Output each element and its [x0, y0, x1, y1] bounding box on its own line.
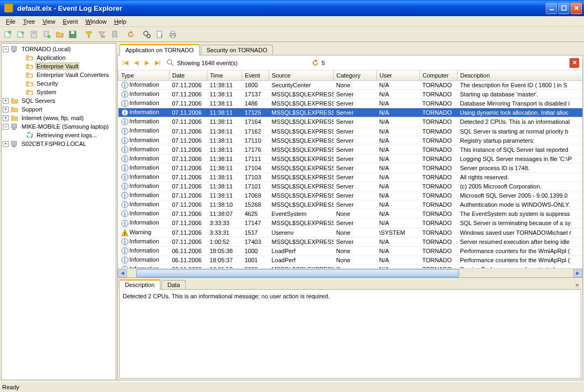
tree-node-security[interactable]: Security	[3, 79, 115, 88]
tree-node-sqlservers[interactable]: + SQL Servers	[3, 96, 115, 105]
event-row[interactable]: iInformation07.11.200611:38:1117125MSSQL…	[118, 108, 583, 117]
menu-help[interactable]: Help	[110, 17, 130, 26]
nav-first-icon[interactable]: |◀	[121, 59, 130, 67]
event-row[interactable]: iInformation07.11.200611:38:1117137MSSQL…	[118, 90, 583, 99]
menu-view[interactable]: View	[39, 17, 59, 26]
tree-node-support[interactable]: + Support	[3, 105, 115, 114]
event-grid[interactable]: TypeDateTimeEventSourceCategoryUserCompu…	[118, 71, 582, 268]
column-header-description[interactable]: Description	[458, 71, 583, 81]
event-row[interactable]: iInformation07.11.200611:38:1117111MSSQL…	[118, 154, 583, 163]
new-workspace-icon[interactable]	[2, 29, 14, 40]
bookmark-icon[interactable]	[109, 29, 121, 40]
export-icon[interactable]	[154, 29, 166, 40]
event-row[interactable]: iInformation07.11.200611:38:1015268MSSQL…	[118, 200, 583, 209]
filter-icon[interactable]	[83, 29, 95, 40]
expand-icon[interactable]: +	[3, 98, 9, 104]
event-row[interactable]: iInformation07.11.20061:00:5217403MSSQL$…	[118, 237, 583, 246]
column-header-user[interactable]: User	[377, 71, 420, 81]
minimize-button[interactable]	[546, 3, 557, 14]
server-icon[interactable]	[28, 29, 40, 40]
warning-icon: !	[121, 229, 129, 236]
collapse-icon[interactable]: −	[3, 124, 9, 130]
event-row[interactable]: !Warning07.11.20063:33:311517UserenvNone…	[118, 228, 583, 237]
tab-application[interactable]: Application on TORNADO	[119, 44, 200, 55]
tree-node-enterprise-vault[interactable]: Enterprise Vault	[3, 62, 115, 71]
event-row[interactable]: iInformation07.11.200611:38:1117176MSSQL…	[118, 145, 583, 154]
info-icon: i	[121, 81, 129, 89]
column-header-category[interactable]: Category	[334, 71, 377, 81]
tree-node-tornado[interactable]: − TORNADO (Local)	[3, 45, 115, 53]
event-row[interactable]: iInformation07.11.200611:38:1117162MSSQL…	[118, 127, 583, 136]
event-row[interactable]: iInformation06.11.200618:05:371001LoadPe…	[118, 255, 583, 264]
event-row[interactable]: iInformation07.11.20063:33:3317147MSSQL$…	[118, 219, 583, 228]
info-icon: i	[121, 183, 129, 190]
menu-tree[interactable]: Tree	[19, 17, 39, 26]
tree-node-s02[interactable]: + S02CBT.FSPRO.LOCAL	[3, 139, 115, 148]
column-header-date[interactable]: Date	[170, 71, 207, 81]
info-icon: i	[121, 238, 129, 246]
open-icon[interactable]	[54, 29, 66, 40]
column-header-type[interactable]: Type	[118, 71, 170, 81]
event-row[interactable]: iInformation07.11.200611:38:111800Securi…	[118, 81, 583, 90]
column-header-event[interactable]: Event	[242, 71, 269, 81]
add-log-icon[interactable]	[15, 29, 27, 40]
find-icon[interactable]	[141, 29, 153, 40]
tree-node-internet[interactable]: + Internet (www, ftp, mail)	[3, 114, 115, 122]
event-row[interactable]: iInformation07.11.200611:38:1117069MSSQL…	[118, 191, 583, 200]
print-icon[interactable]	[167, 29, 179, 40]
svg-text:i: i	[124, 174, 125, 180]
scroll-left-icon[interactable]: ◀	[118, 269, 127, 277]
refresh-icon[interactable]	[125, 29, 137, 40]
event-row[interactable]: iInformation06.11.200618:05:381000LoadPe…	[118, 246, 583, 255]
tab-security[interactable]: Security on TORNADO	[201, 45, 273, 55]
svg-text:i: i	[124, 82, 125, 88]
expand-icon[interactable]: +	[3, 141, 9, 147]
server-add-icon[interactable]	[41, 29, 53, 40]
column-header-time[interactable]: Time	[207, 71, 242, 81]
maximize-button[interactable]	[558, 3, 569, 14]
tree-node-system[interactable]: System	[3, 88, 115, 96]
close-button[interactable]	[571, 3, 582, 14]
event-row[interactable]: iInformation06.11.200618:01:529688MSSQL$…	[118, 264, 583, 268]
svg-text:i: i	[124, 110, 125, 116]
expand-icon[interactable]: +	[3, 107, 9, 113]
detail-text[interactable]: Detected 2 CPUs. This is an informationa…	[119, 289, 581, 379]
menu-file[interactable]: File	[2, 17, 19, 26]
tree-node-application[interactable]: Application	[3, 53, 115, 62]
column-header-source[interactable]: Source	[269, 71, 334, 81]
expand-icon[interactable]: +	[3, 115, 9, 121]
close-detail-button[interactable]: ×	[572, 281, 582, 289]
clear-filter-icon[interactable]	[96, 29, 108, 40]
nav-last-icon[interactable]: ▶|	[153, 59, 162, 67]
detail-tab-description[interactable]: Description	[119, 279, 160, 290]
nav-next-icon[interactable]: ▶	[143, 59, 151, 67]
event-row[interactable]: iInformation07.11.200611:38:1117101MSSQL…	[118, 182, 583, 191]
close-tab-button[interactable]: ✕	[569, 58, 579, 68]
tree-pane[interactable]: − TORNADO (Local) ApplicationEnterprise …	[1, 43, 116, 380]
log-tabs: Application on TORNADO Security on TORNA…	[117, 43, 583, 55]
computer-icon	[10, 45, 19, 53]
horizontal-scrollbar[interactable]: ◀ ▶	[118, 268, 582, 277]
log-icon	[25, 62, 34, 71]
scroll-right-icon[interactable]: ▶	[573, 269, 582, 277]
collapse-icon[interactable]: −	[3, 46, 9, 52]
event-row[interactable]: iInformation07.11.200611:38:111486MSSQL$…	[118, 99, 583, 108]
tree-node-mike[interactable]: − MIKE-MOBILE (Samsung laptop)	[3, 122, 115, 131]
svg-text:i: i	[124, 101, 125, 107]
save-icon[interactable]	[67, 29, 79, 40]
event-row[interactable]: iInformation07.11.200611:38:1117104MSSQL…	[118, 163, 583, 172]
event-row[interactable]: iInformation07.11.200611:38:074625EventS…	[118, 209, 583, 219]
event-row[interactable]: iInformation07.11.200611:38:1117110MSSQL…	[118, 136, 583, 145]
menu-event[interactable]: Event	[59, 17, 82, 26]
event-row[interactable]: iInformation07.11.200611:38:1117103MSSQL…	[118, 172, 583, 181]
event-row[interactable]: iInformation07.11.200611:38:1117164MSSQL…	[118, 117, 583, 127]
nav-prev-icon[interactable]: ◀	[132, 59, 140, 67]
tree-node-enterprise-vault-converters[interactable]: Enterprise Vault Converters	[3, 71, 115, 79]
detail-tab-data[interactable]: Data	[161, 280, 186, 289]
tree-node-retrieving[interactable]: Retrieving event logs...	[3, 131, 115, 139]
status-text: Ready	[2, 384, 19, 390]
svg-rect-18	[12, 51, 16, 52]
menu-window[interactable]: Window	[82, 17, 110, 26]
scroll-thumb[interactable]	[136, 269, 459, 277]
column-header-computer[interactable]: Computer	[420, 71, 458, 81]
